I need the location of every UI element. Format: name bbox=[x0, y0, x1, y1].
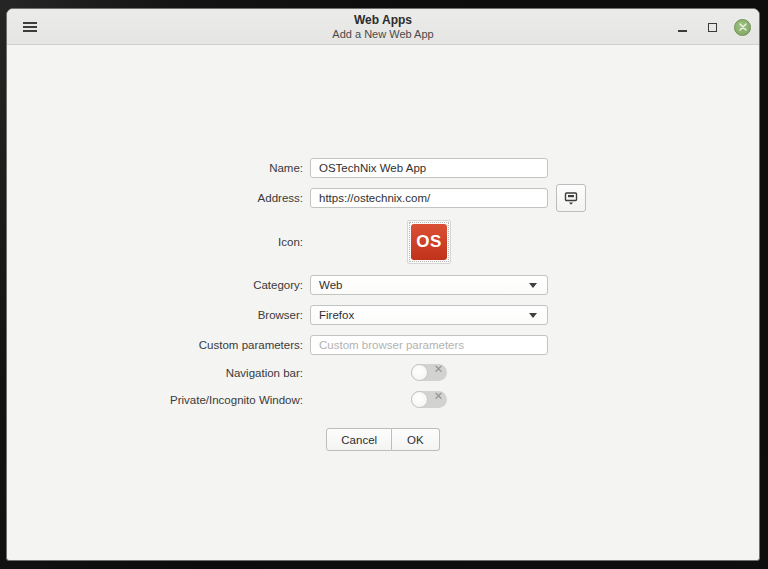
category-row: Category: Web bbox=[7, 275, 759, 295]
browser-value: Firefox bbox=[319, 309, 529, 321]
custom-parameters-input[interactable] bbox=[310, 335, 548, 355]
icon-picker-button[interactable]: OS bbox=[407, 220, 451, 264]
category-label: Category: bbox=[7, 279, 310, 291]
category-value: Web bbox=[319, 279, 529, 291]
name-label: Name: bbox=[7, 162, 310, 174]
window-subtitle: Add a New Web App bbox=[7, 28, 759, 42]
category-dropdown[interactable]: Web bbox=[310, 275, 548, 295]
close-button[interactable] bbox=[734, 19, 751, 36]
icon-label: Icon: bbox=[7, 236, 310, 248]
navigation-bar-label: Navigation bar: bbox=[7, 367, 310, 379]
name-input[interactable] bbox=[310, 158, 548, 178]
webapps-window: Web Apps Add a New Web App Name: bbox=[6, 8, 760, 561]
ok-button[interactable]: OK bbox=[392, 428, 440, 451]
custom-parameters-label: Custom parameters: bbox=[7, 339, 310, 351]
titlebar: Web Apps Add a New Web App bbox=[7, 9, 759, 45]
minimize-button[interactable] bbox=[674, 19, 690, 35]
chevron-down-icon bbox=[529, 313, 537, 318]
menu-button[interactable] bbox=[15, 14, 45, 40]
toggle-off-icon bbox=[435, 365, 442, 372]
monitor-download-icon bbox=[563, 190, 579, 206]
maximize-button[interactable] bbox=[704, 19, 720, 35]
navigation-bar-toggle[interactable] bbox=[411, 364, 447, 381]
toggle-knob bbox=[411, 364, 428, 381]
name-row: Name: bbox=[7, 158, 759, 178]
private-window-toggle[interactable] bbox=[411, 391, 447, 408]
chevron-down-icon bbox=[529, 283, 537, 288]
titlebar-titles: Web Apps Add a New Web App bbox=[7, 12, 759, 42]
cancel-button[interactable]: Cancel bbox=[326, 428, 392, 451]
navigation-bar-row: Navigation bar: bbox=[7, 364, 759, 381]
icon-row: Icon: OS bbox=[7, 220, 759, 264]
browser-row: Browser: Firefox bbox=[7, 305, 759, 325]
webapp-icon: OS bbox=[411, 224, 447, 260]
window-title: Web Apps bbox=[7, 13, 759, 28]
minimize-icon bbox=[678, 30, 687, 32]
address-row: Address: bbox=[7, 184, 759, 212]
private-window-row: Private/Incognito Window: bbox=[7, 391, 759, 408]
hamburger-icon bbox=[23, 26, 37, 28]
close-icon bbox=[739, 23, 747, 31]
private-window-label: Private/Incognito Window: bbox=[7, 394, 310, 406]
custom-parameters-row: Custom parameters: bbox=[7, 335, 759, 355]
add-webapp-form: Name: Address: Icon: OS bbox=[7, 45, 759, 451]
browser-label: Browser: bbox=[7, 309, 310, 321]
address-input[interactable] bbox=[310, 188, 548, 208]
browser-dropdown[interactable]: Firefox bbox=[310, 305, 548, 325]
fetch-favicon-button[interactable] bbox=[556, 184, 586, 212]
dialog-button-group: Cancel OK bbox=[326, 428, 439, 451]
window-controls bbox=[674, 9, 751, 45]
address-label: Address: bbox=[7, 192, 310, 204]
maximize-icon bbox=[708, 23, 717, 32]
toggle-off-icon bbox=[435, 392, 442, 399]
toggle-knob bbox=[411, 391, 428, 408]
dialog-buttons-row: Cancel OK bbox=[7, 428, 759, 451]
